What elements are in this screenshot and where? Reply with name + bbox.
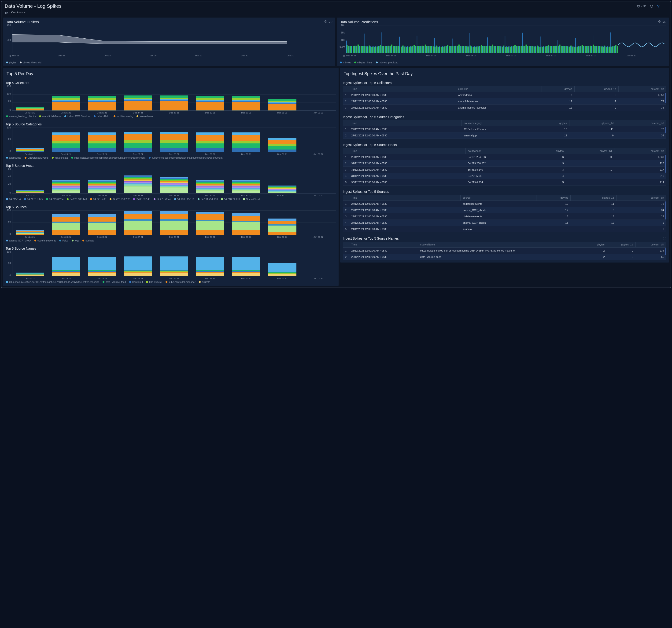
panel-range[interactable]: -7D (658, 20, 666, 24)
column-header[interactable]: percent_diff (635, 242, 666, 248)
column-header[interactable]: gbytes_1d (566, 148, 615, 154)
refresh-icon[interactable] (650, 4, 653, 8)
section-title: Top Ingest Spikes Over the Past Day (343, 70, 666, 77)
svg-rect-348 (614, 46, 614, 53)
column-header[interactable]: gbytes (535, 120, 570, 126)
table-row[interactable]: 125/12/2021 12:00:00 AM +053054.191.254.… (343, 154, 666, 160)
column-header[interactable]: Time (349, 86, 456, 92)
svg-point-2 (665, 6, 666, 6)
column-header[interactable]: gbytes_1d (571, 195, 617, 201)
svg-rect-327 (580, 46, 580, 53)
svg-rect-254 (463, 46, 464, 53)
scrollbar[interactable] (665, 155, 666, 184)
svg-rect-343 (605, 46, 606, 53)
scrollbar[interactable] (665, 201, 666, 231)
column-header[interactable]: Time (349, 195, 460, 201)
svg-rect-240 (441, 46, 441, 53)
section-title: Top 5 Per Day (6, 70, 336, 77)
column-header[interactable]: collector (456, 86, 542, 92)
table-title: Ingest Spikes for Top 5 Sources (343, 189, 666, 195)
table-row[interactable]: 227/12/2021 12:00:00 AM +0530aruns3cbdef… (343, 98, 666, 105)
column-header[interactable]: percent_diff (619, 86, 666, 92)
column-header[interactable]: gbytes_1d (574, 86, 618, 92)
chart-title: Top 5 Source Names (6, 246, 336, 252)
column-header[interactable]: gbytes_1d (570, 120, 616, 126)
table-row[interactable]: 331/12/2021 12:00:00 AM +053035.86.93.14… (343, 167, 666, 173)
tier-value[interactable]: Continuous (11, 11, 26, 15)
column-header[interactable]: percent_diff (614, 148, 666, 154)
table-row[interactable]: 329/12/2021 12:00:00 AM +0530cbdefenseev… (343, 213, 666, 220)
column-header[interactable]: sourcecategory (461, 120, 535, 126)
svg-rect-338 (598, 46, 598, 53)
svg-rect-224 (415, 46, 416, 53)
table-row[interactable]: 524/12/2021 12:00:00 AM +0530suricata556 (343, 226, 666, 232)
scrollbar[interactable] (665, 248, 666, 259)
stacked-bar-chart[interactable]: Dec 24 21Dec 25 21Dec 26 21Dec 27 21Dec … (12, 86, 336, 111)
svg-rect-248 (454, 46, 454, 53)
panel-range[interactable]: -7D (324, 20, 333, 24)
svg-rect-220 (409, 46, 409, 53)
svg-rect-335 (593, 35, 593, 53)
column-header[interactable]: percent_diff (617, 195, 666, 201)
dashboard-header: Data Volume - Log Spikes -7D (1, 1, 671, 10)
column-header[interactable]: gbytes (542, 86, 574, 92)
svg-rect-213 (398, 46, 398, 53)
column-header[interactable]: Time (349, 148, 465, 154)
table-row[interactable]: 227/12/2021 12:00:00 AM +0530anema/gcp12… (343, 132, 666, 139)
table-row[interactable]: 127/12/2021 12:00:00 AM +0530CBDefense/E… (343, 126, 666, 132)
column-header[interactable]: sourcehost (465, 148, 530, 154)
svg-rect-261 (474, 46, 475, 53)
stacked-bar-chart[interactable]: Dec 24 21Dec 25 21Dec 26 21Dec 27 21Dec … (12, 210, 336, 235)
column-header[interactable]: gbytes (586, 242, 607, 248)
table-row[interactable]: 227/12/2021 12:00:00 AM +0530anema_GCP_c… (343, 207, 666, 213)
scrollbar[interactable] (665, 93, 666, 110)
svg-rect-316 (562, 46, 563, 53)
table-row[interactable]: 128/12/2021 12:00:00 AM +053008.sumologi… (343, 248, 666, 254)
svg-rect-337 (596, 46, 596, 53)
svg-rect-320 (569, 46, 569, 53)
svg-rect-328 (582, 46, 582, 53)
table-row[interactable]: 327/12/2021 12:00:00 AM +0530anema_hoste… (343, 105, 666, 111)
table-row[interactable]: 231/12/2021 12:00:00 AM +053034.223.250.… (343, 160, 666, 167)
column-header[interactable]: sourceName (418, 242, 586, 248)
svg-rect-256 (466, 46, 467, 53)
chart-legend: gbytes gbytes_threshold (6, 57, 333, 64)
svg-rect-223 (413, 46, 414, 53)
table-row[interactable]: 225/12/2021 12:00:00 AM +0530data_volume… (343, 254, 666, 260)
filter-icon[interactable] (656, 4, 660, 8)
svg-rect-243 (446, 46, 446, 53)
column-header[interactable]: gbytes (530, 148, 566, 154)
stacked-bar-chart[interactable]: Dec 24 21Dec 25 21Dec 26 21Dec 27 21Dec … (12, 252, 336, 276)
scrollbar[interactable] (665, 127, 666, 138)
svg-rect-228 (422, 46, 422, 53)
column-header[interactable]: Time (349, 242, 418, 248)
table-row[interactable]: 431/12/2021 12:00:00 AM +053034.221.5.66… (343, 173, 666, 179)
svg-rect-217 (404, 46, 404, 53)
more-icon[interactable] (664, 4, 667, 8)
column-header[interactable]: percent_diff (616, 120, 666, 126)
svg-rect-314 (559, 46, 560, 53)
svg-rect-289 (519, 46, 520, 53)
svg-rect-305 (545, 46, 545, 53)
svg-rect-252 (460, 46, 460, 53)
svg-rect-347 (612, 46, 613, 53)
time-range-pill[interactable]: -7D (637, 4, 646, 8)
svg-rect-203 (381, 32, 382, 53)
table-row[interactable]: 427/12/2021 12:00:00 AM +0530anema_GCP_c… (343, 220, 666, 226)
svg-rect-249 (455, 46, 456, 53)
stacked-bar-chart[interactable]: Dec 24 21Dec 25 21Dec 26 21Dec 27 21Dec … (12, 127, 336, 152)
table-row[interactable]: 530/12/2021 12:00:00 AM +053034.219.6.23… (343, 179, 666, 185)
svg-rect-199 (375, 46, 376, 53)
table-row[interactable]: 128/12/2021 12:00:00 AM +0530wozsedemo30… (343, 92, 666, 98)
clock-icon (324, 20, 327, 24)
column-header[interactable]: gbytes (536, 195, 570, 201)
stacked-bar-chart[interactable]: Dec 24 21Dec 25 21Dec 26 21Dec 27 21Dec … (12, 169, 336, 194)
table-row[interactable]: 127/12/2021 12:00:00 AM +0530cbdefenseev… (343, 201, 666, 207)
column-header[interactable]: gbytes_1d (607, 242, 636, 248)
column-header[interactable]: Time (349, 120, 461, 126)
svg-rect-200 (377, 46, 377, 53)
svg-rect-238 (438, 46, 438, 53)
column-header[interactable]: source (460, 195, 536, 201)
svg-rect-315 (561, 46, 561, 53)
section-top5-per-day: Top 5 Per Day Top 5 Collectors150100500D… (3, 68, 339, 286)
